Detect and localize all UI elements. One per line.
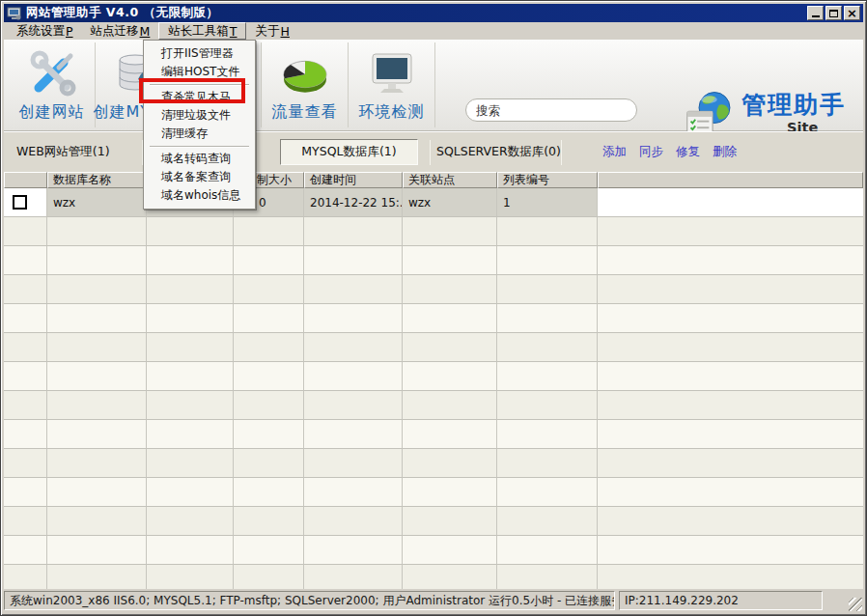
database-table: 数据库名称 制大小 创建时间 关联站点 列表编号 wzx wzxwzx 0 20… — [4, 172, 863, 590]
minimize-icon — [812, 15, 820, 17]
empty-row — [4, 478, 863, 507]
cell-database-name: wzx — [47, 188, 147, 217]
menu-separator — [150, 146, 249, 147]
pie-chart-icon — [280, 48, 330, 98]
environment-check-button[interactable]: 环境检测 — [349, 42, 435, 127]
search-button[interactable] — [636, 99, 637, 121]
logo-title: 管理助手 — [741, 92, 863, 119]
menu-option-scan-trojans[interactable]: 查杀常见木马 — [144, 88, 255, 106]
empty-row — [4, 420, 863, 449]
title-bar: 网站管理助手 V4.0 （无限制版） — [4, 4, 863, 22]
cell-created-time: 2014-12-22 15:... — [304, 188, 403, 217]
maximize-button[interactable] — [825, 6, 842, 20]
search-input[interactable] — [466, 99, 636, 121]
table-header: 数据库名称 制大小 创建时间 关联站点 列表编号 — [4, 172, 863, 188]
search-icon — [636, 102, 637, 119]
sync-button[interactable]: 同步 — [639, 144, 663, 160]
cell-linked-site: wzx — [403, 188, 497, 217]
header-database-name[interactable]: 数据库名称 — [47, 172, 147, 188]
maximize-icon — [829, 10, 838, 17]
toolbar: 创建网站 创建MYSQL — [4, 40, 863, 131]
tab-mysql-databases[interactable]: MYSQL数据库(1) — [280, 139, 418, 165]
menu-item-about[interactable]: 关于H — [246, 22, 297, 40]
tab-bar: WEB网站管理(1) MYSQL数据库(1) SQLSERVER数据库(0) 添… — [4, 131, 863, 172]
empty-row — [4, 304, 863, 333]
table-row[interactable]: wzx wzxwzx 0 2014-12-22 15:... wzx 1 — [4, 188, 863, 217]
webmaster-toolbox-menu: 打开IIS管理器 编辑HOST文件 查杀常见木马 清理垃圾文件 清理缓存 域名转… — [143, 40, 256, 210]
empty-row — [4, 507, 863, 536]
menu-option-edit-host[interactable]: 编辑HOST文件 — [144, 63, 255, 81]
header-filler — [598, 172, 863, 188]
empty-row — [4, 536, 863, 565]
monitor-icon — [367, 48, 417, 98]
header-created-time[interactable]: 创建时间 — [304, 172, 403, 188]
empty-row — [4, 217, 863, 246]
empty-row — [4, 333, 863, 362]
menu-item-webmaster-toolbox[interactable]: 站长工具箱T — [158, 22, 246, 40]
ip-panel: IP:211.149.229.202 — [619, 591, 823, 610]
status-bar: 系统win2003_x86 IIS6.0; MYSQL5.1; FTP-msft… — [4, 589, 863, 612]
search-box — [465, 98, 637, 122]
add-button[interactable]: 添加 — [602, 144, 627, 160]
empty-row — [4, 391, 863, 420]
empty-row — [4, 449, 863, 478]
minimize-button[interactable] — [807, 6, 824, 20]
resize-grip[interactable] — [849, 598, 862, 611]
delete-button[interactable]: 删除 — [713, 144, 737, 160]
tab-sqlserver-databases[interactable]: SQLSERVER数据库(0) — [436, 132, 561, 172]
menu-option-domain-transcode-query[interactable]: 域名转码查询 — [144, 150, 255, 168]
empty-row — [4, 362, 863, 391]
menu-bar: 系统设置P 站点迁移M 站长工具箱T 关于H — [4, 22, 863, 40]
menu-item-site-migration[interactable]: 站点迁移M — [82, 22, 159, 40]
empty-row — [4, 565, 863, 590]
empty-row — [4, 246, 863, 275]
header-select-all[interactable] — [4, 172, 47, 188]
header-list-index[interactable]: 列表编号 — [497, 172, 598, 188]
menu-option-open-iis[interactable]: 打开IIS管理器 — [144, 44, 255, 63]
cell-list-index: 1 — [497, 188, 598, 217]
row-checkbox[interactable] — [13, 195, 27, 210]
repair-button[interactable]: 修复 — [676, 144, 700, 160]
app-window: 网站管理助手 V4.0 （无限制版） 系统设置P 站点迁移M 站长工具箱T 关于… — [0, 0, 867, 616]
empty-row — [4, 275, 863, 304]
window-title: 网站管理助手 V4.0 （无限制版） — [26, 5, 219, 21]
tab-divider — [430, 140, 431, 165]
menu-separator — [150, 84, 249, 85]
app-icon — [7, 7, 22, 20]
tab-web-sites[interactable]: WEB网站管理(1) — [16, 132, 110, 172]
menu-option-clean-cache[interactable]: 清理缓存 — [144, 125, 255, 143]
menu-option-clean-junk-files[interactable]: 清理垃圾文件 — [144, 106, 255, 125]
close-button[interactable] — [844, 6, 860, 20]
create-website-button[interactable]: 创建网站 — [9, 42, 96, 127]
menu-option-domain-icp-query[interactable]: 域名备案查询 — [144, 168, 255, 186]
header-linked-site[interactable]: 关联站点 — [403, 172, 497, 188]
tab-divider — [561, 140, 562, 165]
menu-option-domain-whois[interactable]: 域名whois信息 — [144, 186, 255, 205]
tools-icon — [27, 48, 77, 98]
system-info-panel: 系统win2003_x86 IIS6.0; MYSQL5.1; FTP-msft… — [4, 591, 615, 610]
traffic-view-button[interactable]: 流量查看 — [262, 42, 349, 127]
menu-item-system-settings[interactable]: 系统设置P — [8, 22, 82, 40]
